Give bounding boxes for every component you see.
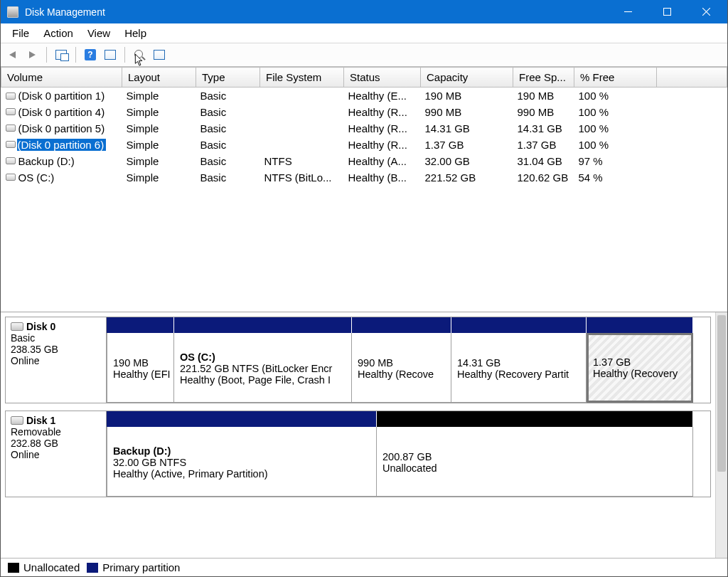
scrollbar-thumb[interactable] — [717, 315, 726, 472]
legend-primary: Primary partition — [87, 561, 180, 573]
legend-unallocated: Unallocated — [8, 561, 80, 573]
partition[interactable]: 1.37 GBHealthy (Recovery — [587, 333, 693, 403]
menu-help[interactable]: Help — [117, 25, 154, 41]
cell-type: Basic — [196, 153, 260, 169]
volumes-table[interactable]: Volume Layout Type File System Status Ca… — [1, 67, 727, 186]
disk-type: Removable — [11, 426, 101, 438]
cell-pct: 97 % — [574, 153, 657, 169]
cell-free: 1.37 GB — [513, 137, 574, 153]
vertical-scrollbar[interactable] — [715, 312, 727, 558]
partition-status: Healthy (Recovery Partit — [457, 369, 580, 380]
cell-fs — [260, 104, 344, 120]
show-hide-console-tree-button[interactable] — [53, 46, 70, 63]
disk-status: Online — [11, 355, 101, 366]
partition[interactable]: OS (C:)221.52 GB NTFS (BitLocker EncrHea… — [174, 333, 352, 403]
table-row[interactable]: (Disk 0 partition 5)SimpleBasicHealthy (… — [1, 120, 727, 137]
cell-pct: 100 % — [574, 120, 657, 137]
table-row[interactable]: (Disk 0 partition 4)SimpleBasicHealthy (… — [1, 104, 727, 120]
col-capacity[interactable]: Capacity — [421, 68, 513, 88]
titlebar[interactable]: Disk Management — [1, 0, 727, 23]
forward-button[interactable] — [23, 46, 41, 63]
table-row[interactable]: (Disk 0 partition 1)SimpleBasicHealthy (… — [1, 88, 727, 104]
volume-name: OS (C:) — [18, 171, 55, 184]
close-button[interactable] — [687, 0, 726, 23]
menu-file[interactable]: File — [5, 25, 36, 41]
menubar: File Action View Help — [1, 23, 727, 43]
col-blank[interactable] — [657, 68, 727, 88]
cell-capacity: 190 MB — [421, 88, 513, 104]
disk-name: Disk 0 — [26, 321, 55, 332]
partition[interactable]: 14.31 GBHealthy (Recovery Partit — [451, 333, 587, 403]
volume-name: Backup (D:) — [18, 155, 75, 167]
window-title: Disk Management — [25, 6, 609, 18]
cell-capacity: 1.37 GB — [421, 137, 513, 153]
help-button[interactable]: ? — [82, 46, 99, 63]
volume-name: (Disk 0 partition 6) — [17, 139, 107, 151]
partition-status: Healthy (Boot, Page File, Crash I — [180, 374, 346, 386]
cell-capacity: 221.52 GB — [421, 169, 513, 186]
menu-view[interactable]: View — [80, 25, 117, 41]
disk-icon — [6, 174, 16, 181]
partition[interactable]: 990 MBHealthy (Recove — [352, 333, 451, 403]
disk-row[interactable]: Disk 1 Removable 232.88 GB OnlineBackup … — [5, 411, 711, 497]
disk-icon — [11, 416, 23, 425]
cell-fs — [260, 137, 344, 153]
extra-button[interactable] — [151, 46, 168, 63]
disk-label[interactable]: Disk 0 Basic 238.35 GB Online — [6, 317, 107, 403]
table-row[interactable]: (Disk 0 partition 6)SimpleBasicHealthy (… — [1, 137, 727, 153]
partition-status: Healthy (Active, Primary Partition) — [113, 468, 370, 480]
volume-list-pane[interactable]: Volume Layout Type File System Status Ca… — [1, 67, 727, 312]
minimize-button[interactable] — [609, 0, 648, 23]
col-type[interactable]: Type — [196, 68, 260, 88]
cell-free: 990 MB — [513, 104, 574, 120]
cell-fs — [260, 120, 344, 137]
cell-type: Basic — [196, 120, 260, 137]
cell-layout: Simple — [122, 104, 196, 120]
menu-action[interactable]: Action — [36, 25, 80, 41]
col-status[interactable]: Status — [344, 68, 421, 88]
graphical-view[interactable]: Disk 0 Basic 238.35 GB Online190 MBHealt… — [1, 312, 715, 558]
back-button[interactable] — [4, 46, 21, 63]
window: Disk Management File Action View Help ? — [0, 0, 728, 577]
partition-name: Backup (D:) — [113, 445, 370, 457]
cell-status: Healthy (R... — [344, 104, 421, 120]
cell-capacity: 14.31 GB — [421, 120, 513, 137]
cell-status: Healthy (A... — [344, 153, 421, 169]
disk-label[interactable]: Disk 1 Removable 232.88 GB Online — [6, 411, 107, 497]
cell-type: Basic — [196, 88, 260, 104]
col-layout[interactable]: Layout — [122, 68, 196, 88]
col-filesystem[interactable]: File System — [260, 68, 344, 88]
cell-status: Healthy (R... — [344, 120, 421, 137]
cell-status: Healthy (B... — [344, 169, 421, 186]
cell-pct: 100 % — [574, 88, 657, 104]
cell-layout: Simple — [122, 153, 196, 169]
disk-size: 238.35 GB — [11, 344, 101, 355]
cell-layout: Simple — [122, 120, 196, 137]
cell-fs: NTFS — [260, 153, 344, 169]
table-row[interactable]: OS (C:)SimpleBasicNTFS (BitLo...Healthy … — [1, 169, 727, 186]
col-pct-free[interactable]: % Free — [574, 68, 657, 88]
cell-status: Healthy (R... — [344, 137, 421, 153]
col-volume[interactable]: Volume — [1, 68, 122, 88]
partition[interactable]: 190 MBHealthy (EFI — [107, 333, 174, 403]
properties-button[interactable] — [131, 46, 148, 63]
toolbar-separator — [124, 47, 125, 63]
partition-size: 14.31 GB — [457, 357, 580, 369]
disk-row[interactable]: Disk 0 Basic 238.35 GB Online190 MBHealt… — [5, 317, 711, 403]
partition-name: OS (C:) — [180, 351, 346, 363]
cell-pct: 54 % — [574, 169, 657, 186]
disk-status: Online — [11, 449, 101, 460]
graphical-view-pane: Disk 0 Basic 238.35 GB Online190 MBHealt… — [1, 312, 727, 558]
col-free-space[interactable]: Free Sp... — [513, 68, 574, 88]
cell-fs: NTFS (BitLo... — [260, 169, 344, 186]
cell-free: 120.62 GB — [513, 169, 574, 186]
disk-icon — [6, 108, 16, 115]
partition-status: Unallocated — [382, 462, 687, 474]
action-list-button[interactable] — [102, 46, 119, 63]
cell-free: 14.31 GB — [513, 120, 574, 137]
maximize-button[interactable] — [648, 0, 687, 23]
partition[interactable]: Backup (D:)32.00 GB NTFSHealthy (Active,… — [107, 427, 377, 497]
cell-free: 31.04 GB — [513, 153, 574, 169]
partition[interactable]: 200.87 GBUnallocated — [377, 427, 693, 497]
table-row[interactable]: Backup (D:)SimpleBasicNTFSHealthy (A...3… — [1, 153, 727, 169]
